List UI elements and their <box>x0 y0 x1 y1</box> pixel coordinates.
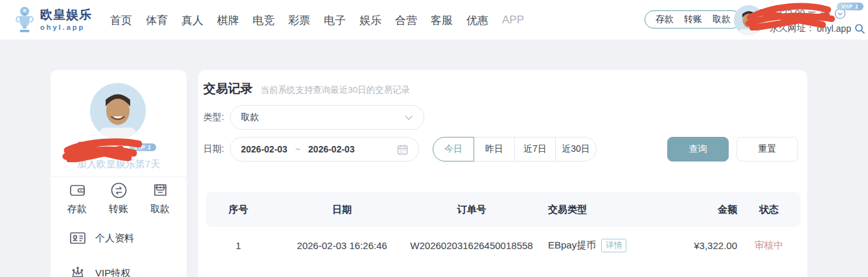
vip-badge: VIP 1 <box>837 3 863 10</box>
transfer-button[interactable]: 转账 <box>684 14 702 25</box>
transactions-table: 序号 日期 订单号 交易类型 金额 状态 1 2026-02-03 16:26:… <box>206 192 801 263</box>
page: 欧皇娱乐 ohyl.app 首页 体育 真人 棋牌 电竞 彩票 电子 娱乐 合营… <box>0 0 868 277</box>
col-header-type: 交易类型 <box>530 204 653 216</box>
wallet-icon <box>69 182 86 199</box>
nav-item-app[interactable]: APP <box>502 14 524 27</box>
nav-item-home[interactable]: 首页 <box>110 13 132 28</box>
nav-item-entertainment[interactable]: 娱乐 <box>360 13 382 28</box>
sidebar-item-label: VIP特权 <box>95 267 130 277</box>
user-avatar[interactable] <box>734 5 764 35</box>
table-header-row: 序号 日期 订单号 交易类型 金额 状态 <box>206 192 801 227</box>
transactions-panel: 交易记录 当前系统支持查询最近30日的交易记录 类型: 取款 日期: 2026-… <box>198 70 807 277</box>
type-filter-row: 类型: 取款 <box>203 105 798 130</box>
quick-action-label: 转账 <box>109 203 128 215</box>
deposit-button[interactable]: 存款 <box>656 14 674 25</box>
eye-icon[interactable] <box>820 10 830 18</box>
id-card-icon <box>69 230 86 247</box>
panel-title-row: 交易记录 当前系统支持查询最近30日的交易记录 <box>203 80 410 97</box>
transfer-icon <box>110 182 128 199</box>
search-button[interactable]: 查询 <box>667 137 729 162</box>
reset-button[interactable]: 重置 <box>737 137 798 162</box>
sidebar-item-profile[interactable]: 个人资料 <box>69 230 134 247</box>
permanent-url-row: 永久网址： ohyl.app <box>770 21 865 36</box>
nav-item-partnership[interactable]: 合营 <box>395 13 417 28</box>
page-subtitle: 当前系统支持查询最近30日的交易记录 <box>260 84 410 96</box>
chevron-down-icon <box>404 115 413 121</box>
col-header-status: 状态 <box>737 204 801 216</box>
top-header: 欧皇娱乐 ohyl.app 首页 体育 真人 棋牌 电竞 彩票 电子 娱乐 合营… <box>0 0 868 40</box>
range-today-button[interactable]: 今日 <box>433 137 474 162</box>
calendar-icon[interactable] <box>397 144 408 155</box>
transaction-type-text: EBpay提币 <box>548 239 596 252</box>
date-label: 日期: <box>203 143 230 155</box>
nav-item-live[interactable]: 真人 <box>181 13 203 28</box>
divider <box>51 176 187 177</box>
profile-sidebar: VIP 1 加入欧皇娱乐第7天 <box>51 70 187 277</box>
quick-range-group: 今日 昨日 近7日 近30日 <box>433 137 597 162</box>
sidebar-transfer-button[interactable]: 转账 <box>100 182 137 215</box>
nav-item-slots[interactable]: 电子 <box>324 13 346 28</box>
date-filter-row: 日期: 2026-02-03 ~ 2026-02-03 今日 昨日 近7日 近3… <box>203 137 798 162</box>
brand-logo[interactable]: 欧皇娱乐 ohyl.app <box>14 6 92 33</box>
brand-domain: ohyl.app <box>40 23 92 31</box>
atm-icon <box>152 182 169 199</box>
status-badge: 审核中 <box>737 239 801 252</box>
search-icon[interactable] <box>854 23 865 34</box>
quick-actions: 存款 转账 <box>58 182 179 215</box>
col-header-date: 日期 <box>271 204 413 216</box>
sidebar-withdraw-button[interactable]: 取款 <box>141 182 179 215</box>
permanent-url-label: 永久网址： <box>770 23 815 34</box>
range-30days-button[interactable]: 近30日 <box>555 137 597 162</box>
range-yesterday-button[interactable]: 昨日 <box>474 137 515 162</box>
brand-name: 欧皇娱乐 <box>40 8 92 22</box>
nav-item-lottery[interactable]: 彩票 <box>288 13 310 28</box>
nav-item-esports[interactable]: 电竞 <box>253 13 275 28</box>
nav-item-sports[interactable]: 体育 <box>146 13 168 28</box>
date-to-input[interactable]: 2026-02-03 <box>308 144 355 154</box>
page-title: 交易记录 <box>203 80 253 97</box>
type-label: 类型: <box>203 112 230 123</box>
sidebar-item-vip[interactable]: VIP特权 <box>69 265 130 277</box>
date-range-picker[interactable]: 2026-02-03 ~ 2026-02-03 <box>230 137 419 162</box>
user-balance: 3,322.00 元 <box>770 8 816 19</box>
cell-order-no: W202602031626450018558 <box>413 240 530 251</box>
cell-date: 2026-02-03 16:26:46 <box>271 240 413 251</box>
col-header-amount: 金额 <box>653 204 737 216</box>
cell-index: 1 <box>206 240 271 251</box>
sidebar-deposit-button[interactable]: 存款 <box>58 182 96 215</box>
sidebar-item-label: 个人资料 <box>95 232 134 245</box>
nav-item-promo[interactable]: 优惠 <box>466 13 488 28</box>
main-nav: 首页 体育 真人 棋牌 电竞 彩票 电子 娱乐 合营 客服 优惠 APP <box>110 0 524 40</box>
crown-icon <box>69 265 86 277</box>
quick-action-label: 存款 <box>67 203 87 215</box>
col-header-order: 订单号 <box>413 204 530 216</box>
nav-item-service[interactable]: 客服 <box>431 13 453 28</box>
vip-badge: VIP 1 <box>130 143 156 151</box>
permanent-url-value: ohyl.app <box>817 23 851 34</box>
date-separator: ~ <box>295 144 301 154</box>
range-7days-button[interactable]: 近7日 <box>514 137 556 162</box>
table-row: 1 2026-02-03 16:26:46 W20260203162645001… <box>206 227 801 263</box>
withdraw-button[interactable]: 取款 <box>713 14 731 25</box>
profile-avatar[interactable] <box>90 83 146 139</box>
col-header-index: 序号 <box>206 204 271 216</box>
detail-button[interactable]: 详情 <box>601 239 626 252</box>
wallet-actions-pill: 存款 转账 取款 <box>645 10 742 29</box>
cell-type: EBpay提币 详情 <box>530 239 653 252</box>
quick-action-label: 取款 <box>150 203 170 215</box>
cell-amount: ¥3,322.00 <box>653 240 737 251</box>
type-select[interactable]: 取款 <box>230 105 424 130</box>
trophy-icon <box>14 6 35 33</box>
join-days-text: 加入欧皇娱乐第7天 <box>51 158 187 171</box>
type-select-value: 取款 <box>241 112 404 123</box>
date-from-input[interactable]: 2026-02-03 <box>241 144 288 154</box>
nav-item-board[interactable]: 棋牌 <box>217 13 239 28</box>
